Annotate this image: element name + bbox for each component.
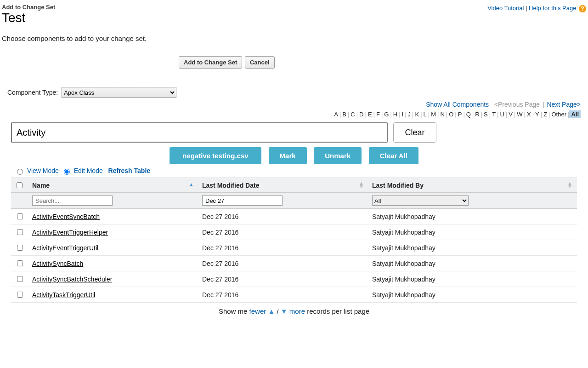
component-link[interactable]: ActivityEventTriggerHelper xyxy=(32,229,108,236)
edit-mode-radio[interactable] xyxy=(64,169,70,175)
select-all-checkbox[interactable] xyxy=(17,182,23,188)
alpha-C[interactable]: C xyxy=(349,111,356,118)
add-to-change-set-button[interactable]: Add to Change Set xyxy=(179,56,242,69)
page-description: Choose components to add to your change … xyxy=(2,34,586,42)
edit-mode-link[interactable]: Edit Mode xyxy=(74,167,103,174)
table-row: ActivityEventTriggerHelperDec 27 2016Sat… xyxy=(11,224,577,240)
component-table: Name ▲ Last Modified Date ▲▼ Last Modifi… xyxy=(11,178,577,303)
alpha-P[interactable]: P xyxy=(457,111,464,118)
row-checkbox[interactable] xyxy=(17,245,23,251)
show-all-components-link[interactable]: Show All Components xyxy=(426,101,489,108)
help-icon[interactable]: ? xyxy=(579,5,586,12)
alpha-other[interactable]: Other xyxy=(550,111,568,118)
help-links: Video Tutorial | Help for this Page ? xyxy=(487,5,586,12)
table-row: ActivityEventSyncBatchDec 27 2016Satyaji… xyxy=(11,209,577,224)
alpha-T[interactable]: T xyxy=(491,111,497,118)
pager-row: Show All Components <Previous Page | Nex… xyxy=(2,101,586,108)
row-date: Dec 27 2016 xyxy=(198,209,368,224)
component-link[interactable]: ActivitySyncBatchScheduler xyxy=(32,276,112,283)
alpha-H[interactable]: H xyxy=(392,111,399,118)
top-button-row: Add to Change Set Cancel xyxy=(179,56,586,69)
header-last-modified-date[interactable]: Last Modified Date ▲▼ xyxy=(198,178,368,193)
name-filter-input[interactable] xyxy=(32,196,113,206)
header-name[interactable]: Name ▲ xyxy=(28,178,198,193)
component-link[interactable]: ActivityEventTriggerUtil xyxy=(32,244,98,252)
video-tutorial-link[interactable]: Video Tutorial xyxy=(487,5,524,12)
alpha-all[interactable]: All xyxy=(569,110,581,118)
alpha-filter-row: A|B|C|D|E|F|G|H|I|J|K|L|M|N|O|P|Q|R|S|T|… xyxy=(2,111,586,118)
previous-page-link: <Previous Page xyxy=(494,101,540,108)
row-checkbox[interactable] xyxy=(17,276,23,282)
fewer-link[interactable]: fewer ▲ xyxy=(249,307,275,315)
alpha-A[interactable]: A xyxy=(333,111,339,118)
row-by: Satyajit Mukhopadhay xyxy=(368,271,577,287)
alpha-S[interactable]: S xyxy=(482,111,489,118)
alpha-G[interactable]: G xyxy=(383,111,390,118)
alpha-F[interactable]: F xyxy=(375,111,381,118)
alpha-Q[interactable]: Q xyxy=(465,111,472,118)
search-input[interactable] xyxy=(11,122,388,143)
row-checkbox[interactable] xyxy=(17,260,23,266)
table-row: ActivitySyncBatchDec 27 2016Satyajit Muk… xyxy=(11,256,577,271)
row-date: Dec 27 2016 xyxy=(198,256,368,271)
unmark-button[interactable]: Unmark xyxy=(314,147,362,164)
row-checkbox[interactable] xyxy=(17,292,23,298)
alpha-O[interactable]: O xyxy=(447,111,455,118)
header-checkbox-col xyxy=(11,178,28,193)
alpha-D[interactable]: D xyxy=(358,111,365,118)
component-link[interactable]: ActivityEventSyncBatch xyxy=(32,213,100,220)
table-row: ActivityEventTriggerUtilDec 27 2016Satya… xyxy=(11,240,577,256)
mark-button[interactable]: Mark xyxy=(269,147,307,164)
header-last-modified-by[interactable]: Last Modified By ▲▼ xyxy=(368,178,577,193)
row-by: Satyajit Mukhopadhay xyxy=(368,209,577,224)
row-by: Satyajit Mukhopadhay xyxy=(368,224,577,240)
alpha-W[interactable]: W xyxy=(515,111,524,118)
row-date: Dec 27 2016 xyxy=(198,271,368,287)
alpha-Z[interactable]: Z xyxy=(542,111,548,118)
view-mode-link[interactable]: View Mode xyxy=(27,167,59,174)
alpha-N[interactable]: N xyxy=(439,111,446,118)
component-link[interactable]: ActivitySyncBatch xyxy=(32,260,83,267)
row-checkbox[interactable] xyxy=(17,229,23,235)
view-mode-radio[interactable] xyxy=(17,169,23,175)
alpha-R[interactable]: R xyxy=(474,111,481,118)
component-type-label: Component Type: xyxy=(7,89,58,96)
row-date: Dec 27 2016 xyxy=(198,240,368,256)
alpha-M[interactable]: M xyxy=(430,111,437,118)
row-by: Satyajit Mukhopadhay xyxy=(368,256,577,271)
alpha-U[interactable]: U xyxy=(498,111,505,118)
page-title: Test xyxy=(2,11,55,25)
file-button[interactable]: negative testing.csv xyxy=(170,147,261,164)
sort-asc-icon: ▲ xyxy=(189,182,194,187)
cancel-button[interactable]: Cancel xyxy=(245,56,275,69)
alpha-V[interactable]: V xyxy=(507,111,514,118)
alpha-B[interactable]: B xyxy=(341,111,348,118)
alpha-I[interactable]: I xyxy=(401,111,405,118)
more-link[interactable]: ▼ more xyxy=(281,307,305,315)
row-by: Satyajit Mukhopadhay xyxy=(368,287,577,303)
alpha-E[interactable]: E xyxy=(367,111,373,118)
footer-pager: Show me fewer ▲ / ▼ more records per lis… xyxy=(2,307,586,315)
action-button-row: negative testing.csv Mark Unmark Clear A… xyxy=(2,147,586,164)
alpha-Y[interactable]: Y xyxy=(534,111,541,118)
clear-search-button[interactable]: Clear xyxy=(393,122,436,143)
alpha-J[interactable]: J xyxy=(407,111,413,118)
row-checkbox[interactable] xyxy=(17,213,23,219)
next-page-link[interactable]: Next Page> xyxy=(547,101,581,108)
clear-all-button[interactable]: Clear All xyxy=(369,147,418,164)
row-date: Dec 27 2016 xyxy=(198,224,368,240)
date-filter-input[interactable] xyxy=(202,196,283,206)
component-type-select[interactable]: Apex Class xyxy=(62,87,176,98)
help-page-link[interactable]: Help for this Page xyxy=(529,5,576,12)
alpha-X[interactable]: X xyxy=(526,111,532,118)
sort-icon: ▲▼ xyxy=(567,182,572,188)
component-type-row: Component Type: Apex Class xyxy=(7,87,586,98)
component-link[interactable]: ActivityTaskTriggerUtil xyxy=(32,291,95,299)
page-subtitle: Add to Change Set xyxy=(2,4,55,11)
by-filter-select[interactable]: All xyxy=(372,196,469,206)
alpha-L[interactable]: L xyxy=(422,111,428,118)
sort-icon: ▲▼ xyxy=(359,182,364,188)
alpha-K[interactable]: K xyxy=(414,111,421,118)
table-row: ActivitySyncBatchSchedulerDec 27 2016Sat… xyxy=(11,271,577,287)
refresh-table-link[interactable]: Refresh Table xyxy=(108,167,151,174)
